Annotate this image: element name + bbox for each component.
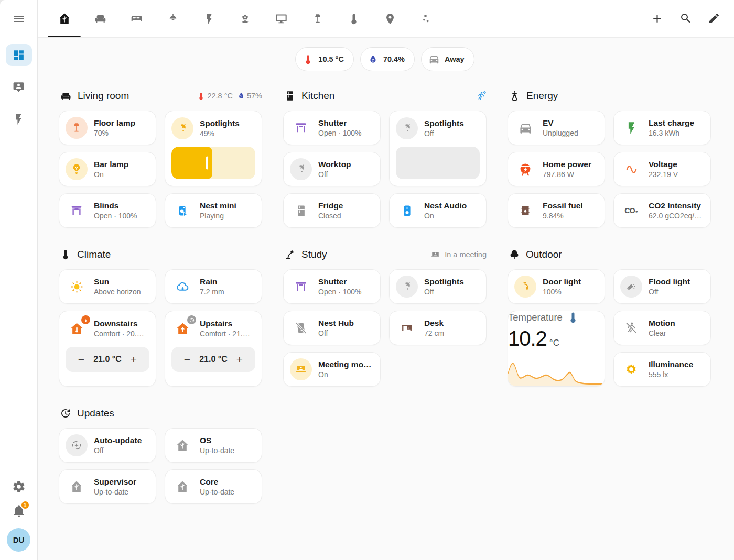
tab-misc[interactable]: [408, 0, 444, 37]
add-button[interactable]: [651, 12, 664, 25]
settings-button[interactable]: [12, 480, 26, 493]
search-button[interactable]: [679, 12, 692, 25]
card-nest-hub[interactable]: Nest HubOff: [283, 311, 381, 345]
tab-map[interactable]: [372, 0, 408, 37]
card-rain[interactable]: Rain7.2 mm: [165, 269, 262, 304]
tab-lights[interactable]: [155, 0, 191, 37]
card-flood-light[interactable]: Flood lightOff: [613, 269, 711, 304]
card-nest-audio[interactable]: Nest AudioOn: [389, 193, 487, 228]
card-last-charge[interactable]: Last charge16.3 kWh: [613, 111, 711, 145]
card-status: Off: [94, 446, 142, 455]
card-spotlights[interactable]: Spotlights49%: [165, 111, 262, 186]
plus-icon: [651, 12, 664, 25]
card-supervisor-update[interactable]: SupervisorUp-to-date: [59, 469, 156, 504]
tab-media[interactable]: [263, 0, 299, 37]
edit-button[interactable]: [708, 12, 720, 25]
chip-temperature[interactable]: 10.5 °C: [295, 47, 354, 71]
section-living-room: Living room 22.8 °C 57% Floor lamp70%: [59, 87, 262, 228]
cards: Door light100% Flood lightOff Temperatur…: [508, 269, 711, 387]
card-voltage[interactable]: Voltage232.19 V: [613, 152, 711, 186]
card-title: Illuminance: [649, 359, 693, 370]
card-door-light[interactable]: Door light100%: [508, 269, 605, 304]
card-upstairs-thermostat[interactable]: UpstairsComfort · 21.… − 21.0 °C +: [165, 311, 262, 387]
card-outdoor-temperature[interactable]: Temperature 10.2 °C: [508, 311, 605, 387]
menu-button[interactable]: [0, 0, 37, 38]
section-header: Kitchen: [284, 88, 487, 104]
tab-lamps[interactable]: [299, 0, 336, 37]
brightness-slider[interactable]: [396, 147, 480, 179]
card-title: Spotlights: [424, 277, 464, 287]
avatar[interactable]: DU: [7, 528, 30, 552]
card-status: 16.3 kWh: [649, 128, 694, 138]
view-tabs: [38, 0, 444, 37]
card-title: Fossil fuel: [543, 201, 583, 211]
thermometer-icon: [197, 92, 206, 101]
card-status: Off: [318, 328, 354, 338]
card-spotlights[interactable]: SpotlightsOff: [389, 111, 487, 186]
card-fossil-fuel[interactable]: Fossil fuel9.84%: [508, 193, 605, 228]
tab-home[interactable]: [46, 0, 82, 37]
card-nest-mini[interactable]: Nest miniPlaying: [165, 193, 262, 228]
card-status: Clear: [649, 328, 675, 338]
sidebar-item-person-badge[interactable]: [6, 76, 32, 98]
card-status: On: [318, 370, 372, 379]
card-status: On: [424, 211, 467, 221]
card-desk[interactable]: Desk72 cm: [389, 311, 487, 345]
card-ev[interactable]: EVUnplugged: [508, 111, 605, 145]
laptop-account-icon: [430, 250, 440, 260]
chip-humidity-label: 70.4%: [383, 55, 405, 63]
card-title: Fridge: [318, 201, 343, 211]
sun-icon: [66, 276, 88, 298]
temperature-value: 10.2: [508, 327, 547, 350]
notification-badge: 1: [20, 500, 30, 510]
card-bar-lamp[interactable]: Bar lampOn: [59, 152, 156, 186]
card-spotlights[interactable]: SpotlightsOff: [389, 269, 487, 304]
tab-bedroom[interactable]: [118, 0, 155, 37]
card-os-update[interactable]: OSUp-to-date: [165, 428, 262, 463]
card-home-power[interactable]: Home power797.86 W: [508, 152, 605, 186]
decrease-button[interactable]: −: [71, 349, 92, 370]
card-auto-update[interactable]: Auto-updateOff: [59, 428, 156, 463]
card-worktop[interactable]: WorktopOff: [283, 152, 381, 186]
target-temperature: 21.0 °C: [93, 355, 122, 364]
tab-garden[interactable]: [227, 0, 263, 37]
card-floor-lamp[interactable]: Floor lamp70%: [59, 111, 156, 145]
card-sun[interactable]: SunAbove horizon: [59, 269, 156, 304]
card-shutter[interactable]: ShutterOpen · 100%: [283, 269, 381, 304]
main-area: 10.5 °C 70.4% Away Living room: [38, 0, 734, 560]
card-status: Up-to-date: [200, 487, 234, 497]
tab-climate[interactable]: [336, 0, 372, 37]
card-fridge[interactable]: FridgeClosed: [283, 193, 381, 228]
tab-energy[interactable]: [191, 0, 227, 37]
monitor-icon: [275, 12, 288, 25]
decrease-button[interactable]: −: [177, 349, 198, 370]
card-title: Core: [200, 477, 234, 487]
dashboard-content: 10.5 °C 70.4% Away Living room: [38, 38, 734, 560]
card-title: Door light: [543, 277, 581, 287]
sidebar-item-energy[interactable]: [6, 108, 32, 130]
transformer-icon: [514, 158, 536, 180]
card-co2-intensity[interactable]: CO₂ CO2 Intensity62.0 gCO2eq/…: [613, 193, 711, 228]
thermometer-icon: [303, 54, 314, 65]
card-motion[interactable]: MotionClear: [613, 311, 711, 345]
card-meeting-mode[interactable]: Meeting mo…On: [283, 352, 381, 387]
temperature-sparkline: [508, 358, 605, 386]
card-status: Up-to-date: [200, 446, 234, 455]
card-status: Playing: [200, 211, 236, 221]
card-shutter[interactable]: ShutterOpen · 100%: [283, 111, 381, 145]
floor-lamp-icon: [66, 117, 88, 139]
brightness-icon: [620, 358, 642, 380]
increase-button[interactable]: +: [123, 349, 144, 370]
chip-humidity[interactable]: 70.4%: [360, 47, 415, 71]
increase-button[interactable]: +: [229, 349, 250, 370]
chip-presence[interactable]: Away: [421, 47, 474, 71]
card-downstairs-thermostat[interactable]: DownstairsComfort · 20.… − 21.0 °C +: [59, 311, 156, 387]
card-blinds[interactable]: BlindsOpen · 100%: [59, 193, 156, 228]
notifications-button[interactable]: 1: [12, 504, 26, 518]
brightness-slider[interactable]: [171, 147, 255, 179]
sidebar-item-dashboard[interactable]: [6, 44, 32, 66]
card-core-update[interactable]: CoreUp-to-date: [165, 469, 262, 504]
card-illuminance[interactable]: Illuminance555 lx: [613, 352, 711, 387]
card-status: 70%: [94, 128, 135, 138]
tab-living-room[interactable]: [82, 0, 118, 37]
